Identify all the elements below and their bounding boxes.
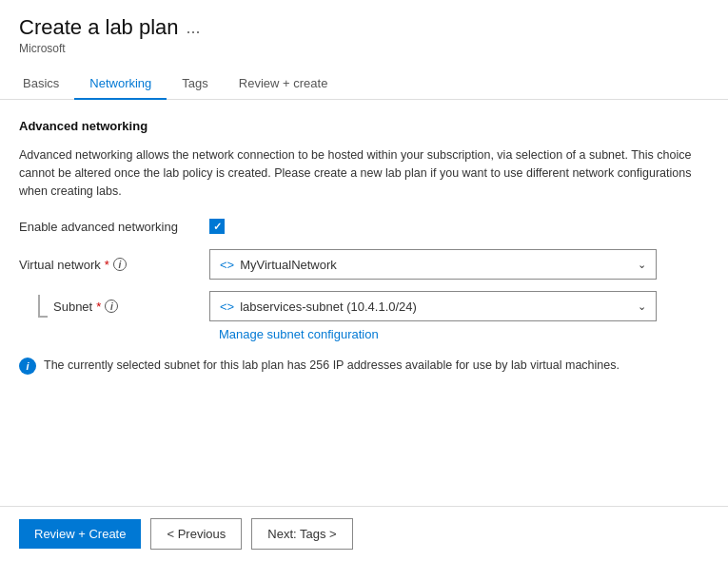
tab-networking[interactable]: Networking [74, 68, 167, 100]
enable-networking-row: Enable advanced networking ✓ [19, 219, 709, 234]
subnet-label: Subnet * i [53, 300, 209, 314]
virtual-network-value: MyVirtualNetwork [240, 258, 337, 272]
virtual-network-dropdown-arrow: ⌄ [638, 259, 646, 271]
subnet-dropdown-content: <> labservices-subnet (10.4.1.0/24) [220, 300, 417, 314]
subnet-info-icon[interactable]: i [105, 300, 118, 313]
vnet-icon: <> [220, 258, 234, 272]
enable-networking-checkbox[interactable]: ✓ [209, 219, 225, 234]
subnet-row: Subnet * i <> labservices-subnet (10.4.1… [53, 291, 709, 321]
subnet-icon: <> [220, 300, 234, 314]
manage-subnet-link[interactable]: Manage subnet configuration [219, 327, 379, 341]
checkbox-box[interactable]: ✓ [209, 219, 225, 234]
next-button[interactable]: Next: Tags > [251, 518, 352, 550]
subnet-label-text: Subnet [53, 300, 92, 314]
info-circle-text: i [26, 360, 29, 372]
enable-networking-label: Enable advanced networking [19, 220, 209, 234]
virtual-network-dropdown-content: <> MyVirtualNetwork [220, 258, 337, 272]
checkbox-checkmark: ✓ [213, 221, 222, 233]
subnet-dropdown[interactable]: <> labservices-subnet (10.4.1.0/24) ⌄ [209, 291, 657, 321]
virtual-network-label-text: Virtual network [19, 258, 101, 272]
section-description: Advanced networking allows the network c… [19, 146, 704, 200]
tabs-bar: Basics Networking Tags Review + create [0, 61, 728, 100]
previous-button[interactable]: < Previous [150, 518, 242, 550]
review-create-button[interactable]: Review + Create [19, 519, 141, 549]
virtual-network-row: Virtual network * i <> MyVirtualNetwork … [19, 249, 709, 280]
virtual-network-info-icon[interactable]: i [113, 258, 127, 271]
info-banner-text: The currently selected subnet for this l… [44, 357, 620, 375]
virtual-network-dropdown[interactable]: <> MyVirtualNetwork ⌄ [209, 249, 657, 280]
virtual-network-label: Virtual network * i [19, 258, 209, 272]
more-options-icon[interactable]: ... [187, 18, 201, 38]
info-banner-icon: i [19, 358, 36, 375]
subnet-dropdown-arrow: ⌄ [638, 300, 646, 313]
virtual-network-required: * [105, 258, 109, 272]
page-subtitle: Microsoft [19, 42, 709, 55]
content-area: Advanced networking Advanced networking … [0, 100, 728, 506]
tab-basics[interactable]: Basics [19, 68, 74, 100]
subnet-required: * [96, 300, 101, 314]
tab-review-create[interactable]: Review + create [224, 68, 344, 100]
info-banner: i The currently selected subnet for this… [19, 357, 704, 375]
tab-tags[interactable]: Tags [167, 68, 223, 100]
footer: Review + Create < Previous Next: Tags > [0, 506, 728, 561]
subnet-value: labservices-subnet (10.4.1.0/24) [240, 300, 417, 314]
section-title: Advanced networking [19, 119, 709, 133]
page-title: Create a lab plan [19, 15, 179, 40]
